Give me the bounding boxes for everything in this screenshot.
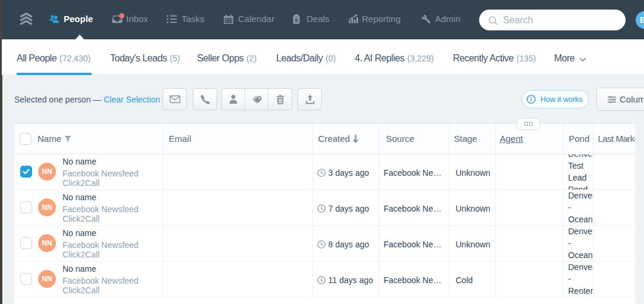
svg-text:$: $ — [295, 17, 298, 23]
